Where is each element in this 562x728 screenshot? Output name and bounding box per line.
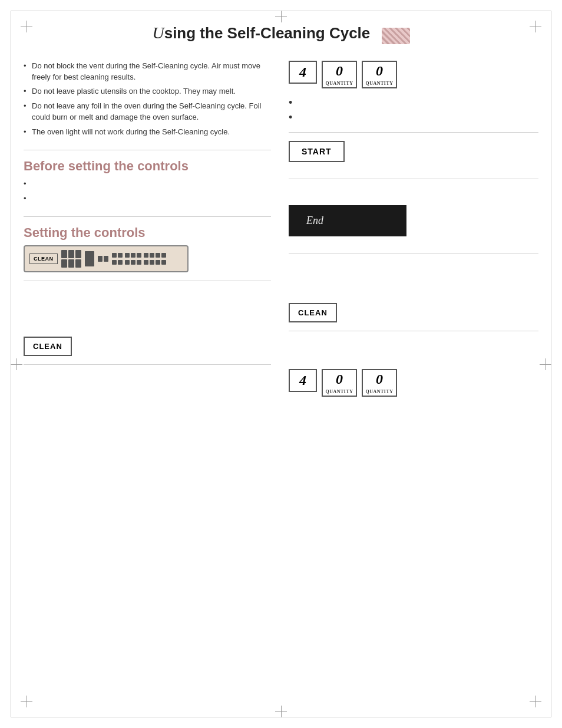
num-box-qty1: 0 QUANTITY <box>322 61 357 88</box>
divider <box>24 150 271 150</box>
before-setting-header: Before setting the controls <box>24 159 271 174</box>
bullet-item: Do not leave any foil in the oven during… <box>24 101 271 123</box>
clean-button-left[interactable]: CLEAN <box>24 337 72 356</box>
divider <box>24 216 271 217</box>
bullet-item <box>24 179 271 190</box>
empty-space <box>289 262 538 303</box>
bullet-item: Do not leave plastic utensils on the coo… <box>24 86 271 97</box>
page-title: Using the Self-Cleaning Cycle <box>24 24 538 44</box>
num-box-4: 4 <box>289 61 317 84</box>
num-display-group-2: 4 0 QUANTITY 0 QUANTITY <box>289 369 538 397</box>
title-rest: sing the Self-Cleaning Cycle <box>164 24 371 42</box>
title-italic: U <box>152 24 164 42</box>
warning-bullets: Do not block the vent during the Self-Cl… <box>24 61 271 138</box>
start-button[interactable]: START <box>289 141 345 162</box>
bullet-item: Do not block the vent during the Self-Cl… <box>24 61 271 83</box>
bullet-item: The oven light will not work during the … <box>24 127 271 138</box>
setting-controls-header: Setting the controls <box>24 225 271 241</box>
empty-space <box>289 340 538 369</box>
oven-digits <box>61 250 166 268</box>
divider <box>289 331 538 331</box>
divider <box>24 281 271 281</box>
clean-button-right[interactable]: CLEAN <box>289 303 337 322</box>
oven-panel-clean-button: CLEAN <box>29 253 58 264</box>
right-bullet-1: • <box>289 97 538 109</box>
empty-space <box>24 289 271 337</box>
num-box-qty4: 0 QUANTITY <box>362 369 397 397</box>
num-box-4-2: 4 <box>289 369 317 392</box>
divider <box>289 179 538 179</box>
end-display: End <box>289 205 406 236</box>
title-decoration-icon <box>382 28 410 44</box>
num-box-qty2: 0 QUANTITY <box>362 61 397 88</box>
divider <box>24 364 271 365</box>
divider <box>289 253 538 253</box>
num-display-group-1: 4 0 QUANTITY 0 QUANTITY <box>289 61 538 88</box>
oven-panel-illustration: CLEAN <box>24 245 189 272</box>
right-bullet-2: • <box>289 111 538 124</box>
bullet-item <box>24 193 271 205</box>
num-box-qty3: 0 QUANTITY <box>322 369 357 397</box>
empty-space <box>289 187 538 205</box>
before-setting-bullets <box>24 179 271 205</box>
divider <box>289 132 538 133</box>
